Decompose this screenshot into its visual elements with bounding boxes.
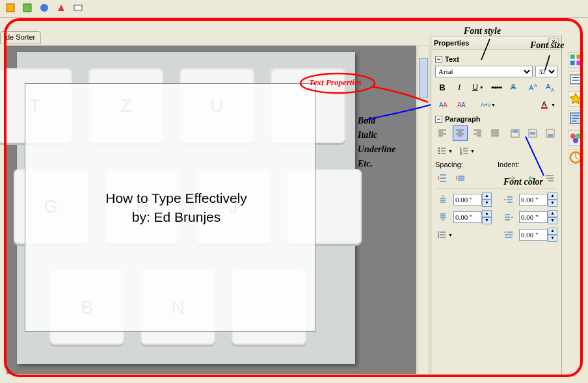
spin-up-icon[interactable]: ▲ — [482, 210, 492, 217]
collapse-icon[interactable]: − — [435, 116, 442, 123]
below-para-input[interactable] — [453, 211, 482, 223]
annot-font-color: Font color — [503, 177, 543, 187]
sidebar — [566, 46, 585, 165]
before-text-icon — [501, 192, 516, 207]
spin-down-icon[interactable]: ▼ — [548, 200, 557, 207]
svg-rect-30 — [576, 60, 581, 65]
above-para-spinner[interactable]: ▲▼ — [453, 192, 492, 207]
svg-text:3: 3 — [460, 152, 462, 155]
line-spacing-button[interactable]: ▼ — [435, 227, 455, 243]
annot-etc: Etc. — [358, 159, 373, 169]
svg-text:A: A — [534, 83, 537, 88]
spin-up-icon[interactable]: ▲ — [548, 228, 557, 235]
before-text-input[interactable] — [519, 194, 548, 205]
svg-rect-29 — [570, 60, 575, 65]
sidebar-styles-icon[interactable] — [568, 72, 583, 87]
align-justify-button[interactable] — [488, 125, 503, 141]
svg-text:A: A — [542, 100, 547, 108]
list-row: ▼ 123▼ — [435, 143, 557, 159]
vertical-scrollbar[interactable] — [418, 46, 429, 375]
sidebar-navigator-icon[interactable] — [568, 111, 583, 126]
bold-button[interactable]: B — [435, 79, 449, 95]
below-para-spinner[interactable]: ▲▼ — [453, 210, 492, 224]
before-text-spinner[interactable]: ▲▼ — [519, 192, 557, 207]
spacing-values-3: ▼ ▲▼ — [435, 227, 557, 243]
sidebar-properties-icon[interactable] — [568, 52, 583, 68]
slide[interactable]: T Z U G H J B N How to Type Effectively … — [17, 52, 355, 364]
sidebar-master-icon[interactable] — [568, 130, 583, 146]
toolbar-button[interactable] — [53, 1, 69, 15]
align-center-button[interactable] — [453, 125, 468, 141]
first-line-icon — [501, 227, 516, 243]
spin-up-icon[interactable]: ▲ — [548, 192, 557, 200]
toolbar-button[interactable] — [3, 1, 18, 15]
superscript-button[interactable]: AA — [526, 79, 541, 95]
font-size-select[interactable]: 32 — [535, 66, 557, 77]
char-spacing-button[interactable]: AV▼ — [478, 97, 498, 112]
svg-rect-1 — [23, 4, 31, 12]
slide-canvas: T Z U G H J B N How to Type Effectively … — [7, 46, 416, 374]
increase-spacing-button[interactable] — [435, 170, 451, 186]
title-line1: How to Type Effectively — [105, 191, 247, 205]
font-color-button[interactable]: A▼ — [538, 97, 557, 112]
strikethrough-button[interactable]: ABC — [490, 79, 504, 95]
valign-top-button[interactable] — [507, 125, 522, 141]
after-text-icon — [501, 209, 516, 225]
align-row — [435, 125, 557, 141]
below-para-icon — [435, 209, 451, 225]
tab-slide-sorter[interactable]: de Sorter — [0, 31, 41, 44]
svg-text:A: A — [443, 101, 448, 109]
toolbar-button[interactable] — [70, 1, 86, 15]
annot-underline: Underline — [358, 144, 395, 155]
sidebar-animation-icon[interactable] — [568, 150, 583, 165]
numbering-button[interactable]: 123▼ — [457, 143, 477, 159]
align-right-button[interactable] — [470, 125, 485, 141]
svg-text:A: A — [546, 83, 551, 90]
first-line-input[interactable] — [519, 229, 548, 241]
spin-down-icon[interactable]: ▼ — [548, 235, 557, 242]
collapse-icon[interactable]: − — [435, 56, 442, 63]
svg-text:A: A — [511, 83, 516, 90]
spin-down-icon[interactable]: ▼ — [548, 217, 557, 224]
spin-up-icon[interactable]: ▲ — [548, 210, 557, 217]
subscript-button[interactable]: AA — [543, 79, 557, 95]
app-root: de Sorter T Z U G H J B N How to Type Ef… — [0, 0, 588, 383]
above-para-input[interactable] — [453, 194, 482, 205]
first-line-spinner[interactable]: ▲▼ — [519, 228, 557, 242]
view-tabstrip: de Sorter — [0, 31, 41, 44]
italic-button[interactable]: I — [452, 79, 466, 95]
sidebar-gallery-icon[interactable] — [568, 91, 583, 107]
valign-bottom-button[interactable] — [542, 125, 557, 141]
spin-down-icon[interactable]: ▼ — [482, 200, 492, 207]
spin-up-icon[interactable]: ▲ — [482, 192, 492, 200]
svg-rect-31 — [570, 75, 581, 84]
hanging-indent-button[interactable] — [542, 170, 557, 186]
toolbar-button[interactable] — [20, 1, 35, 15]
svg-rect-27 — [570, 55, 575, 59]
annot-font-style: Font style — [464, 26, 501, 36]
valign-middle-button[interactable] — [525, 125, 540, 141]
annot-text-properties: Text Properties — [309, 77, 362, 88]
paragraph-section-header[interactable]: − Paragraph — [435, 115, 557, 123]
toolbar-button[interactable] — [36, 1, 52, 15]
spin-down-icon[interactable]: ▼ — [482, 217, 492, 224]
indent-label: Indent: — [498, 161, 557, 168]
after-text-input[interactable] — [519, 211, 548, 223]
text-section-header[interactable]: − Text — [435, 55, 557, 63]
svg-text:V: V — [488, 103, 490, 107]
after-text-spinner[interactable]: ▲▼ — [519, 210, 557, 224]
bullets-button[interactable]: ▼ — [435, 143, 455, 159]
slide-title[interactable]: How to Type Effectively by: Ed Brunjes — [43, 189, 310, 227]
scroll-thumb[interactable] — [419, 58, 428, 98]
spacing-indent-labels: Spacing: Indent: — [435, 161, 557, 168]
shadow-button[interactable]: AA — [507, 79, 521, 95]
decrease-spacing-button[interactable] — [453, 170, 469, 186]
font-effect1-button[interactable]: AA — [435, 97, 451, 112]
svg-rect-19 — [529, 129, 537, 137]
underline-button[interactable]: U▼ — [469, 79, 487, 95]
align-left-button[interactable] — [435, 125, 450, 141]
svg-point-2 — [40, 4, 48, 12]
font-name-select[interactable]: Arial — [435, 66, 533, 77]
svg-point-22 — [438, 150, 440, 152]
font-effect2-button[interactable]: AA — [453, 97, 469, 112]
